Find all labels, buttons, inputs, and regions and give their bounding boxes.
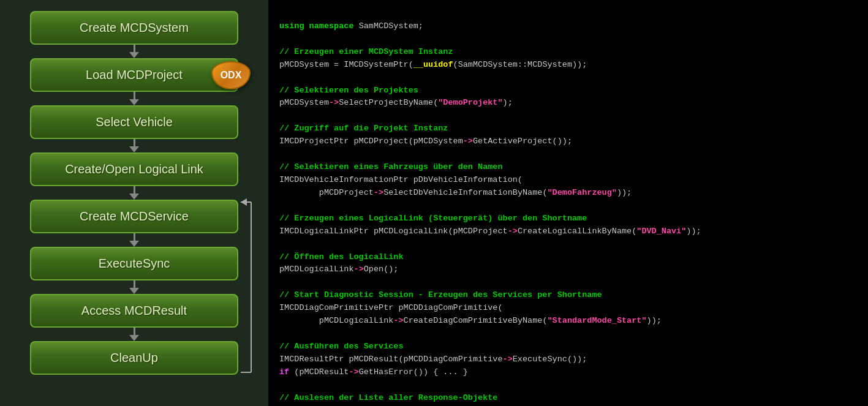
flow-item-select-vehicle[interactable]: Select Vehicle xyxy=(30,105,238,139)
arrow-down-7 xyxy=(128,328,140,341)
arrow-down-1 xyxy=(128,45,140,58)
arrow-down-4 xyxy=(128,186,140,200)
flowchart-panel: Create MCDSystem Load MCDProject ODX Sel… xyxy=(0,0,268,406)
flow-item-execute-sync[interactable]: ExecuteSync xyxy=(30,247,238,280)
svg-marker-3 xyxy=(241,198,247,206)
arrow-down-3 xyxy=(128,139,140,152)
flow-item-access-result[interactable]: Access MCDResult xyxy=(30,294,238,328)
arrow-down-5 xyxy=(128,233,140,247)
load-project-wrapper: Load MCDProject ODX xyxy=(30,58,238,92)
flow-item-create-service[interactable]: Create MCDService xyxy=(30,200,238,233)
flow-item-create-logical[interactable]: Create/Open Logical Link xyxy=(30,152,238,186)
code-panel: using namespace SamMCDSystem; // Erzeuge… xyxy=(268,0,868,406)
arrow-down-2 xyxy=(128,92,140,105)
flow-item-cleanup[interactable]: CleanUp xyxy=(30,341,238,375)
flow-item-create-mcd[interactable]: Create MCDSystem xyxy=(30,11,238,45)
flow-item-load-mcd[interactable]: Load MCDProject xyxy=(30,58,238,92)
arrow-down-6 xyxy=(128,280,140,294)
code-content: using namespace SamMCDSystem; // Erzeuge… xyxy=(279,7,857,406)
